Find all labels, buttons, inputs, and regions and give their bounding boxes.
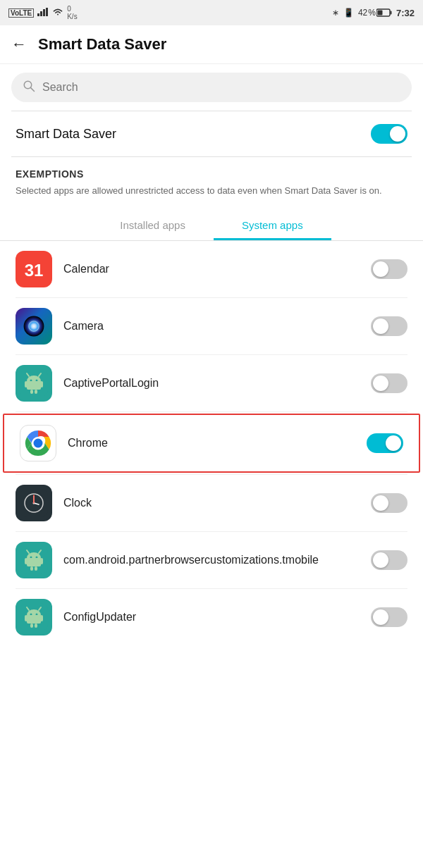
app-icon-partnerbrowser — [16, 542, 52, 578]
app-icon-configupdater — [16, 599, 52, 636]
toggle-camera[interactable] — [371, 316, 407, 336]
svg-rect-5 — [390, 11, 391, 15]
svg-rect-21 — [30, 390, 33, 394]
app-row-chrome: Chrome — [3, 414, 420, 473]
volte-label: VoLTE — [8, 8, 34, 18]
app-row-captiveportallogin: CaptivePortalLogin — [0, 355, 423, 411]
svg-rect-6 — [377, 11, 382, 16]
main-toggle-label: Smart Data Saver — [16, 127, 116, 142]
app-row-configupdater: ConfigUpdater — [0, 589, 423, 645]
svg-rect-0 — [37, 13, 39, 16]
svg-rect-40 — [40, 558, 43, 564]
bluetooth-icon: ∗ — [332, 8, 339, 18]
toggle-captiveportallogin[interactable] — [371, 373, 407, 393]
page-title: Smart Data Saver — [38, 35, 166, 54]
toggle-calendar[interactable] — [371, 259, 407, 279]
svg-rect-2 — [43, 9, 45, 16]
svg-rect-22 — [35, 390, 37, 394]
app-name-captiveportallogin: CaptivePortalLogin — [63, 377, 360, 390]
toggle-partnerbrowser[interactable] — [371, 550, 407, 570]
search-bar[interactable] — [11, 73, 412, 102]
svg-rect-53 — [35, 624, 37, 628]
app-icon-captiveportallogin — [16, 365, 52, 402]
network-speed: 0K/s — [67, 5, 77, 20]
exemptions-title: EXEMPTIONS — [16, 168, 407, 180]
signal-icon — [37, 8, 49, 18]
toggle-chrome[interactable] — [367, 433, 403, 453]
svg-rect-52 — [30, 624, 33, 628]
app-list: 31 Calendar — [0, 241, 423, 645]
status-left: VoLTE 0K/s — [8, 5, 78, 20]
svg-rect-19 — [25, 381, 27, 388]
app-icon-chrome — [20, 425, 56, 461]
app-name-partnerbrowser: com.android.partnerbrowsercustomizations… — [63, 554, 360, 566]
back-button[interactable]: ← — [11, 35, 27, 54]
svg-line-8 — [31, 88, 35, 92]
app-name-chrome: Chrome — [68, 437, 355, 450]
search-input[interactable] — [42, 81, 400, 94]
app-name-camera: Camera — [63, 320, 360, 333]
app-icon-camera — [16, 308, 52, 345]
svg-rect-38 — [27, 558, 41, 566]
svg-rect-3 — [46, 8, 48, 16]
svg-rect-42 — [35, 566, 37, 571]
search-icon — [23, 80, 35, 95]
svg-point-11 — [31, 323, 36, 328]
main-toggle-switch[interactable] — [371, 124, 407, 144]
svg-rect-51 — [40, 615, 43, 621]
time: 7:32 — [396, 8, 415, 18]
app-icon-clock — [16, 485, 52, 521]
app-row-calendar: 31 Calendar — [0, 241, 423, 297]
app-name-configupdater: ConfigUpdater — [63, 611, 360, 624]
svg-point-25 — [34, 438, 43, 447]
svg-rect-18 — [27, 381, 41, 390]
divider-captiveportallogin — [16, 411, 407, 412]
status-right: ∗ 📱 42% 7:32 — [332, 8, 415, 18]
svg-rect-49 — [27, 615, 41, 624]
exemptions-section: EXEMPTIONS Selected apps are allowed unr… — [0, 157, 423, 204]
toggle-clock[interactable] — [371, 493, 407, 513]
app-icon-calendar: 31 — [16, 251, 52, 287]
tab-system-apps[interactable]: System apps — [214, 212, 331, 240]
app-name-clock: Clock — [63, 497, 360, 509]
svg-rect-39 — [25, 558, 27, 564]
app-name-calendar: Calendar — [63, 263, 360, 275]
tab-installed-apps[interactable]: Installed apps — [92, 212, 214, 240]
svg-rect-50 — [25, 615, 27, 621]
app-row-partnerbrowser: com.android.partnerbrowsercustomizations… — [0, 532, 423, 588]
exemptions-description: Selected apps are allowed unrestricted a… — [16, 184, 407, 198]
status-bar: VoLTE 0K/s ∗ 📱 42% 7:32 — [0, 0, 423, 25]
svg-rect-1 — [40, 11, 42, 16]
toggle-configupdater[interactable] — [371, 607, 407, 627]
svg-rect-20 — [40, 381, 43, 388]
vibrate-icon: 📱 — [343, 8, 354, 18]
wifi-icon — [52, 8, 63, 18]
battery-icon: 42% — [358, 8, 392, 18]
app-row-camera: Camera — [0, 298, 423, 354]
app-row-clock: Clock — [0, 475, 423, 531]
svg-rect-41 — [30, 566, 33, 571]
main-toggle-row: Smart Data Saver — [0, 111, 423, 156]
search-container — [0, 64, 423, 111]
toggle-thumb — [390, 126, 405, 142]
tabs-row: Installed apps System apps — [0, 204, 423, 240]
header: ← Smart Data Saver — [0, 25, 423, 64]
